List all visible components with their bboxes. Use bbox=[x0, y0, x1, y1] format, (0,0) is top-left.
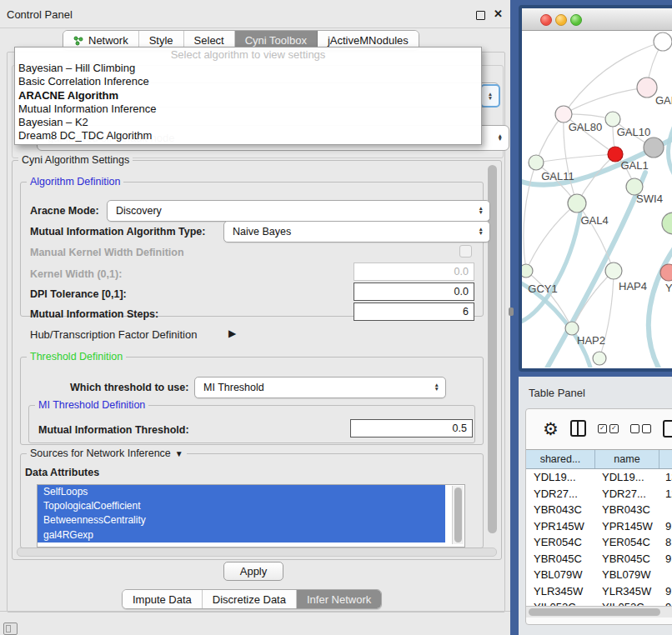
tab-network-label: Network bbox=[88, 34, 128, 47]
network-node-gal[interactable] bbox=[637, 78, 657, 98]
network-node-gal11[interactable] bbox=[529, 155, 544, 170]
aracne-mode-combobox[interactable]: Discovery ▲▼ bbox=[107, 200, 490, 222]
table-cell: YER054C bbox=[594, 536, 658, 548]
mi-algorithm-type-combobox[interactable]: Naive Bayes ▲▼ bbox=[223, 221, 490, 242]
panel-divider-handle[interactable] bbox=[509, 308, 514, 316]
tab-impute-data[interactable]: Impute Data bbox=[123, 590, 203, 608]
table-cell: 12 bbox=[658, 488, 672, 500]
scrollbar-thumb[interactable] bbox=[529, 608, 660, 616]
apply-button[interactable]: Apply bbox=[223, 562, 283, 581]
attribute-item-topologicalcoefficient[interactable]: TopologicalCoefficient bbox=[38, 499, 445, 513]
network-window-titlebar[interactable] bbox=[522, 8, 672, 31]
network-node-label: GAL10 bbox=[617, 126, 650, 138]
which-threshold-label: Which threshold to use: bbox=[70, 382, 188, 393]
attribute-item-betweennesscentrality[interactable]: BetweennessCentrality bbox=[38, 513, 445, 528]
tab-discretize-data-label: Discretize Data bbox=[213, 593, 286, 606]
network-edge-bundle bbox=[649, 238, 672, 368]
attribute-item-selfloops[interactable]: SelfLoops bbox=[38, 485, 445, 499]
table-cell: YDR27... bbox=[594, 488, 658, 500]
which-threshold-combobox[interactable]: MI Threshold ▲▼ bbox=[194, 377, 446, 398]
table-row[interactable]: YBR043CYBR043C bbox=[526, 502, 672, 518]
network-node-hap2[interactable] bbox=[565, 322, 579, 335]
combobox-arrows-icon: ▲▼ bbox=[434, 383, 439, 392]
combobox-arrows-icon: ▲▼ bbox=[479, 207, 484, 215]
network-node-gal80[interactable] bbox=[555, 106, 572, 122]
attribute-item-gal4rgexp[interactable]: gal4RGexp bbox=[38, 528, 445, 542]
panel-dock-icon[interactable] bbox=[3, 622, 18, 635]
window-close-button[interactable] bbox=[540, 14, 552, 26]
network-node-label: HAP2 bbox=[577, 334, 605, 347]
algorithm-option-bayesian-k2[interactable]: Bayesian – K2 bbox=[15, 116, 481, 129]
table-row[interactable]: YBL079WYBL079W bbox=[526, 567, 672, 583]
network-node[interactable] bbox=[593, 352, 606, 365]
mi-steps-label: Mutual Information Steps: bbox=[30, 308, 158, 320]
sources-collapse-icon[interactable]: ▼ bbox=[175, 449, 183, 458]
threshold-definition-title: Threshold Definition bbox=[27, 351, 126, 362]
network-node[interactable] bbox=[662, 212, 672, 234]
kernel-width-field[interactable]: 0.0 bbox=[354, 262, 474, 281]
panel-bottom-border bbox=[0, 611, 510, 612]
network-icon bbox=[73, 36, 84, 46]
network-node[interactable] bbox=[654, 32, 672, 51]
table-panel-card: ⚙ ✓✓ shared... name YDL19...YDL19...13YD… bbox=[525, 408, 672, 625]
table-row[interactable]: YER054CYER054C8. bbox=[526, 534, 672, 551]
network-node-gal4[interactable] bbox=[568, 194, 586, 212]
gear-icon[interactable]: ⚙ bbox=[543, 420, 559, 438]
table-row[interactable]: YDR27...YDR27...12 bbox=[526, 486, 672, 502]
mi-threshold-field[interactable]: 0.5 bbox=[350, 419, 473, 438]
attributes-scrollbar[interactable] bbox=[452, 486, 464, 544]
network-node-gcy1[interactable] bbox=[522, 264, 533, 278]
algorithm-option-aracne[interactable]: ARACNE Algorithm bbox=[15, 89, 481, 102]
deselect-all-checkboxes-icon[interactable] bbox=[630, 424, 651, 433]
network-edge bbox=[526, 203, 577, 271]
close-panel-icon[interactable]: ✕ bbox=[494, 8, 503, 20]
window-zoom-button[interactable] bbox=[570, 14, 582, 26]
table-cell: YPR145W bbox=[594, 520, 658, 532]
table-row[interactable]: YLR345WYLR345W9. bbox=[526, 583, 672, 600]
network-canvas[interactable]: GALGAL80GAL10GAL1GAL11SWI4GAL4GCY1HAP4YH… bbox=[522, 31, 672, 368]
column-header-partial[interactable] bbox=[659, 450, 672, 468]
table-row[interactable]: YBR045CYBR045C9. bbox=[526, 551, 672, 568]
network-node-hap4[interactable] bbox=[605, 262, 622, 279]
table-cell: YDR27... bbox=[526, 488, 594, 500]
algorithm-option-mutual-information[interactable]: Mutual Information Inference bbox=[15, 102, 481, 116]
network-node[interactable] bbox=[644, 138, 664, 158]
mi-steps-field[interactable]: 6 bbox=[354, 302, 474, 321]
manual-kernel-width-checkbox[interactable] bbox=[459, 245, 472, 258]
tab-jactivemnodules-label: jActiveMNodules bbox=[328, 34, 409, 47]
network-node-gal10[interactable] bbox=[605, 112, 620, 127]
hub-tf-definition-label: Hub/Transcription Factor Definition bbox=[30, 328, 197, 341]
table-cell: YBR045C bbox=[594, 552, 658, 565]
column-header-name[interactable]: name bbox=[595, 450, 659, 468]
tab-discretize-data[interactable]: Discretize Data bbox=[203, 590, 297, 608]
table-row[interactable]: YDL19...YDL19...13 bbox=[526, 469, 672, 486]
column-header-shared-name[interactable]: shared... bbox=[526, 450, 595, 468]
network-node-label: GAL1 bbox=[620, 159, 648, 172]
table-cell: 8. bbox=[658, 536, 672, 548]
settings-horizontal-scrollbar[interactable] bbox=[17, 548, 497, 557]
combobox-arrows-icon: ▲▼ bbox=[479, 228, 484, 236]
table-row[interactable]: YPR145WYPR145W9. bbox=[526, 518, 672, 535]
float-window-icon[interactable] bbox=[476, 11, 485, 20]
algorithm-option-basic-correlation[interactable]: Basic Correlation Inference bbox=[15, 75, 481, 88]
dpi-tolerance-field[interactable]: 0.0 bbox=[354, 282, 474, 301]
cyni-bottom-tabs: Impute Data Discretize Data Infer Networ… bbox=[122, 589, 382, 609]
export-table-icon[interactable] bbox=[663, 420, 672, 438]
hub-tf-expand-icon[interactable]: ▶ bbox=[228, 328, 236, 339]
window-minimize-button[interactable] bbox=[555, 14, 567, 26]
tab-infer-network[interactable]: Infer Network bbox=[297, 590, 381, 608]
network-edge bbox=[564, 88, 647, 114]
columns-icon[interactable] bbox=[570, 420, 586, 437]
dpi-tolerance-label: DPI Tolerance [0,1]: bbox=[30, 288, 127, 300]
select-all-checkboxes-icon[interactable]: ✓✓ bbox=[598, 424, 619, 433]
algorithm-option-bayesian-hill-climbing[interactable]: Bayesian – Hill Climbing bbox=[15, 62, 481, 75]
mi-algorithm-type-value: Naive Bayes bbox=[233, 226, 291, 238]
algorithm-option-dream8[interactable]: Dream8 DC_TDC Algorithm bbox=[15, 129, 481, 142]
network-node-label: GAL bbox=[655, 94, 672, 107]
data-attributes-list: SelfLoops TopologicalCoefficient Between… bbox=[37, 484, 465, 548]
table-cell: YBL079W bbox=[594, 568, 658, 581]
combobox-stepper-icon[interactable]: ▲▼ bbox=[480, 84, 500, 108]
table-horizontal-scrollbar[interactable] bbox=[526, 606, 672, 618]
table-cell: YLR345W bbox=[526, 585, 594, 598]
network-node-y[interactable] bbox=[660, 264, 672, 281]
